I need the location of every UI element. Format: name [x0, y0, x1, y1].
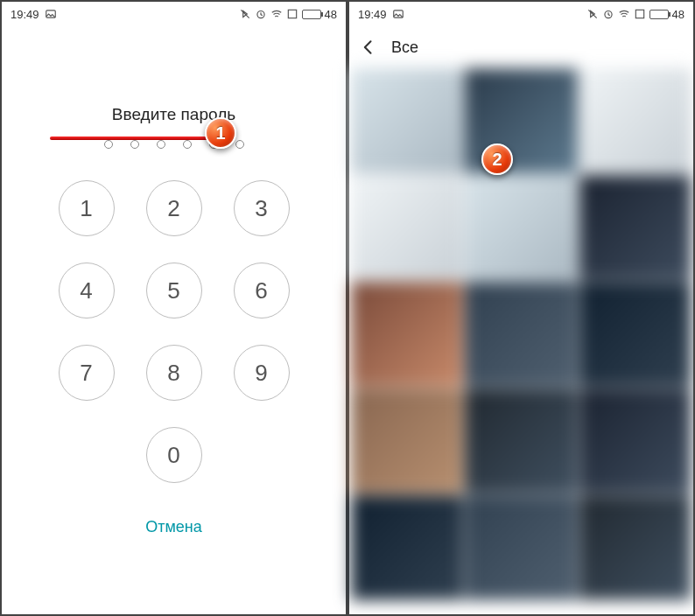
photo-thumb[interactable] — [579, 68, 691, 173]
phone-lock-screen: 19:49 48 Введите пароль — [2, 2, 346, 614]
key-7[interactable]: 7 — [59, 345, 115, 401]
photo-thumb[interactable] — [351, 68, 463, 173]
key-5[interactable]: 5 — [146, 262, 202, 318]
alarm-icon — [602, 8, 614, 20]
callout-badge-2: 2 — [481, 144, 513, 175]
key-0[interactable]: 0 — [146, 427, 202, 483]
battery-percent: 48 — [325, 8, 337, 21]
vibrate-icon — [586, 8, 599, 20]
svg-rect-2 — [288, 10, 296, 18]
key-8[interactable]: 8 — [146, 345, 202, 401]
photo-thumb[interactable] — [351, 282, 463, 387]
pin-dot — [235, 140, 244, 149]
pin-dot — [130, 140, 139, 149]
highlight-underline — [50, 136, 212, 140]
pin-dot — [104, 140, 113, 149]
photo-thumb[interactable] — [579, 175, 691, 280]
key-4[interactable]: 4 — [59, 262, 115, 318]
battery-icon — [649, 10, 669, 19]
photo-thumb[interactable] — [579, 495, 691, 600]
key-9[interactable]: 9 — [234, 345, 290, 401]
pin-dot — [183, 140, 192, 149]
wifi-icon — [270, 8, 283, 20]
key-3[interactable]: 3 — [234, 180, 290, 236]
photo-thumb[interactable] — [465, 388, 577, 494]
photo-thumb[interactable] — [579, 282, 691, 387]
gallery-title: Все — [391, 38, 418, 57]
status-time: 19:49 — [358, 8, 387, 21]
status-time: 19:49 — [11, 8, 39, 21]
photo-thumb[interactable] — [579, 388, 691, 494]
image-icon — [392, 8, 404, 20]
photo-thumb[interactable] — [351, 175, 463, 280]
photo-thumb[interactable] — [465, 175, 577, 280]
vibrate-icon — [239, 8, 251, 20]
battery-percent: 48 — [672, 8, 684, 21]
key-6[interactable]: 6 — [234, 262, 290, 318]
key-2[interactable]: 2 — [146, 180, 202, 236]
key-1[interactable]: 1 — [59, 180, 115, 236]
alarm-icon — [255, 8, 267, 20]
cancel-button[interactable]: Отмена — [145, 518, 202, 536]
status-bar: 19:49 48 — [2, 2, 346, 26]
svg-rect-5 — [635, 10, 643, 18]
back-icon[interactable] — [360, 38, 377, 56]
pin-dot — [157, 140, 165, 149]
photo-thumb[interactable] — [465, 495, 577, 600]
photo-thumb[interactable] — [351, 388, 463, 494]
battery-icon — [302, 10, 321, 19]
photo-thumb[interactable] — [351, 495, 463, 600]
wifi-icon — [618, 8, 630, 20]
keypad: 1 2 3 4 5 6 7 8 9 0 — [59, 180, 290, 483]
photo-thumb[interactable] — [465, 282, 577, 387]
gallery-header: Все — [349, 26, 693, 68]
signal-icon — [286, 8, 298, 20]
callout-badge-1: 1 — [205, 117, 236, 149]
phone-gallery-screen: 19:49 48 Все — [349, 2, 693, 614]
gallery-grid[interactable] — [349, 68, 693, 614]
signal-icon — [634, 8, 646, 20]
status-bar: 19:49 48 — [349, 2, 693, 26]
image-icon — [45, 8, 57, 20]
